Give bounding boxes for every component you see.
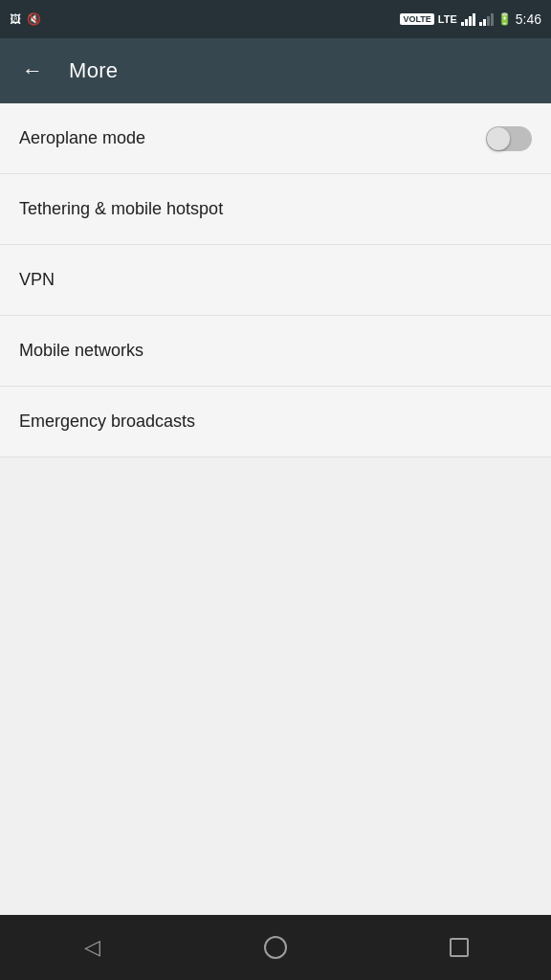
- tethering-label: Tethering & mobile hotspot: [19, 199, 223, 219]
- nav-back-button[interactable]: ◁: [63, 924, 121, 970]
- lte-icon: LTE: [438, 13, 457, 25]
- status-bar: 🖼 🔇 VOLTE LTE 🔋 5:46: [0, 0, 551, 38]
- settings-item-tethering[interactable]: Tethering & mobile hotspot: [0, 174, 551, 245]
- back-button[interactable]: ←: [15, 54, 50, 88]
- settings-item-mobile-networks[interactable]: Mobile networks: [0, 316, 551, 387]
- battery-icon: 🔋: [497, 12, 512, 26]
- settings-item-emergency-broadcasts[interactable]: Emergency broadcasts: [0, 387, 551, 457]
- status-bar-left-icons: 🖼 🔇: [10, 12, 41, 26]
- signal-bar-2: [479, 12, 494, 26]
- nav-back-icon: ◁: [84, 935, 100, 960]
- mute-icon: 🔇: [27, 12, 41, 26]
- settings-item-vpn[interactable]: VPN: [0, 245, 551, 316]
- signal-bar-1: [461, 12, 475, 26]
- nav-bar: ◁: [0, 915, 551, 980]
- aeroplane-mode-toggle[interactable]: [486, 126, 532, 151]
- nav-recents-button[interactable]: [430, 924, 488, 970]
- settings-content: Aeroplane mode Tethering & mobile hotspo…: [0, 103, 551, 915]
- status-bar-right-icons: VOLTE LTE 🔋 5:46: [400, 11, 541, 27]
- aeroplane-mode-label: Aeroplane mode: [19, 128, 145, 148]
- nav-recents-icon: [450, 938, 469, 957]
- nav-home-button[interactable]: [247, 924, 304, 970]
- mobile-networks-label: Mobile networks: [19, 341, 143, 361]
- nav-home-icon: [264, 936, 287, 959]
- settings-list: Aeroplane mode Tethering & mobile hotspo…: [0, 103, 551, 915]
- settings-item-aeroplane-mode[interactable]: Aeroplane mode: [0, 103, 551, 174]
- app-bar: ← More: [0, 38, 551, 103]
- page-title: More: [69, 58, 118, 83]
- emergency-broadcasts-label: Emergency broadcasts: [19, 412, 195, 432]
- volte-badge: VOLTE: [400, 13, 433, 25]
- image-icon: 🖼: [10, 12, 21, 26]
- status-time: 5:46: [516, 11, 541, 27]
- vpn-label: VPN: [19, 270, 55, 290]
